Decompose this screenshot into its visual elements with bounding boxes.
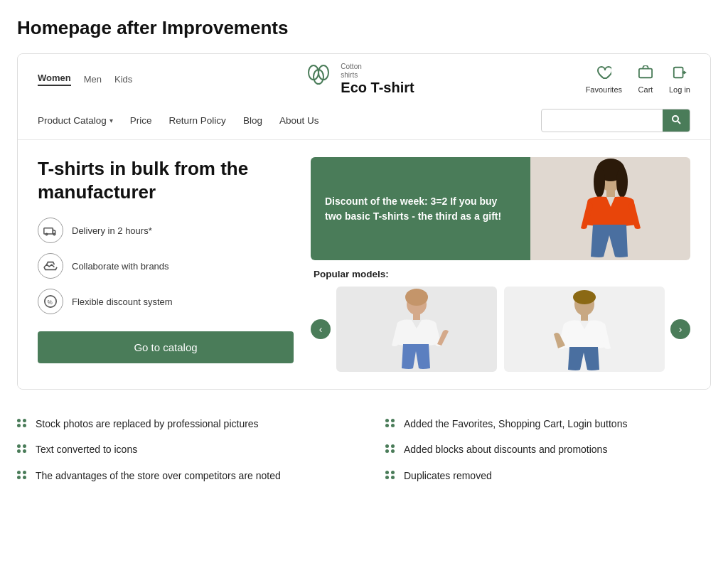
main-nav-menu: Product Catalog ▾ Price Return Policy Bl… xyxy=(38,115,318,126)
improvement-6-text: Duplicates removed xyxy=(404,469,492,483)
svg-rect-22 xyxy=(581,314,588,321)
login-icon xyxy=(672,65,687,83)
popular-models-section: Popular models: ‹ xyxy=(311,269,690,372)
svg-point-14 xyxy=(594,166,605,198)
carousel-prev-button[interactable]: ‹ xyxy=(311,319,331,339)
delivery-icon xyxy=(38,218,63,243)
nav-women[interactable]: Women xyxy=(38,73,71,86)
hero-title: T-shirts in bulk from the manufacturer xyxy=(38,157,294,203)
svg-point-5 xyxy=(673,116,678,122)
feature-delivery: Delivery in 2 hours* xyxy=(38,218,294,243)
search-button[interactable] xyxy=(663,109,690,132)
favourites-label: Favourites xyxy=(586,85,622,94)
favourites-button[interactable]: Favourites xyxy=(586,65,622,94)
promo-text: Discount of the week: 3=2 If you buy two… xyxy=(311,157,530,260)
improvements-section: Stock photos are replaced by professiona… xyxy=(17,410,711,483)
dot-icon-1 xyxy=(17,419,27,427)
improvement-3-text: The advantages of the store over competi… xyxy=(36,469,281,483)
svg-rect-7 xyxy=(44,228,53,234)
heart-icon xyxy=(596,65,611,83)
improvement-1: Stock photos are replaced by professiona… xyxy=(17,417,343,431)
hero-section: T-shirts in bulk from the manufacturer D… xyxy=(18,140,710,389)
nav-about-us[interactable]: About Us xyxy=(279,115,319,126)
improvement-6: Duplicates removed xyxy=(385,469,711,483)
header-top: Women Men Kids Cotton shirts Eco T-shirt xyxy=(38,63,690,102)
dot-icon-5 xyxy=(385,444,395,453)
improvement-5: Added blocks about discounts and promoti… xyxy=(385,442,711,456)
cart-label: Cart xyxy=(638,85,653,94)
logo-subtitle: Cotton shirts xyxy=(341,63,414,80)
svg-rect-19 xyxy=(413,313,420,320)
svg-point-21 xyxy=(573,290,596,304)
go-to-catalog-button[interactable]: Go to catalog xyxy=(38,331,294,363)
dot-icon-2 xyxy=(17,444,27,453)
dot-icon-3 xyxy=(17,471,27,479)
carousel-next-button[interactable]: › xyxy=(670,319,690,339)
search-bar xyxy=(541,109,690,132)
improvement-2-text: Text converted to icons xyxy=(36,442,137,456)
improvement-5-text: Added blocks about discounts and promoti… xyxy=(404,442,607,456)
nav-price[interactable]: Price xyxy=(130,115,152,126)
top-nav: Women Men Kids xyxy=(38,73,132,86)
svg-point-15 xyxy=(616,166,628,198)
search-input[interactable] xyxy=(542,111,663,130)
handshake-icon xyxy=(38,253,63,279)
logo-text: Cotton shirts Eco T-shirt xyxy=(341,63,414,96)
improvement-2: Text converted to icons xyxy=(17,442,343,456)
login-button[interactable]: Log in xyxy=(669,65,690,94)
improvement-4-text: Added the Favorites, Shopping Cart, Logi… xyxy=(404,417,627,431)
discount-icon: % xyxy=(38,289,63,314)
carousel-item-2 xyxy=(504,287,665,372)
dot-icon-6 xyxy=(385,471,395,479)
nav-kids[interactable]: Kids xyxy=(114,74,132,85)
nav-return-policy[interactable]: Return Policy xyxy=(169,115,226,126)
cart-icon xyxy=(638,65,653,83)
promo-image xyxy=(530,157,690,260)
features-list: Delivery in 2 hours* Collaborate with br… xyxy=(38,218,294,314)
header-actions: Favourites Cart xyxy=(586,65,690,94)
feature-discount-text: Flexible discount system xyxy=(72,296,173,307)
hero-right: Discount of the week: 3=2 If you buy two… xyxy=(311,157,690,372)
improvement-4: Added the Favorites, Shopping Cart, Logi… xyxy=(385,417,711,431)
svg-rect-4 xyxy=(674,67,683,77)
svg-text:%: % xyxy=(47,299,52,306)
promo-banner: Discount of the week: 3=2 If you buy two… xyxy=(311,157,690,260)
popular-models-label: Popular models: xyxy=(311,269,690,279)
catalog-label: Product Catalog xyxy=(38,115,107,126)
browser-frame: Women Men Kids Cotton shirts Eco T-shirt xyxy=(17,53,711,390)
page-title: Homepage after Improvements xyxy=(17,17,711,39)
svg-line-6 xyxy=(678,122,681,124)
improvement-1-text: Stock photos are replaced by professiona… xyxy=(36,417,259,431)
svg-rect-3 xyxy=(639,68,652,77)
feature-brands-text: Collaborate with brands xyxy=(72,261,169,272)
logo-name: Eco T-shirt xyxy=(341,80,414,96)
improvement-3: The advantages of the store over competi… xyxy=(17,469,343,483)
catalog-dropdown-icon: ▾ xyxy=(109,117,113,124)
hero-left: T-shirts in bulk from the manufacturer D… xyxy=(38,157,294,372)
nav-product-catalog[interactable]: Product Catalog ▾ xyxy=(38,115,113,126)
logo-icon xyxy=(304,63,333,96)
feature-delivery-text: Delivery in 2 hours* xyxy=(72,225,152,236)
svg-point-18 xyxy=(405,289,428,306)
carousel-item-1 xyxy=(336,287,497,372)
carousel: ‹ xyxy=(311,287,690,372)
carousel-images xyxy=(336,287,665,372)
main-nav-bar: Product Catalog ▾ Price Return Policy Bl… xyxy=(38,102,690,139)
feature-brands: Collaborate with brands xyxy=(38,253,294,279)
svg-rect-16 xyxy=(606,188,615,197)
cart-button[interactable]: Cart xyxy=(638,65,653,94)
site-header: Women Men Kids Cotton shirts Eco T-shirt xyxy=(18,54,710,140)
nav-men[interactable]: Men xyxy=(84,74,102,85)
logo[interactable]: Cotton shirts Eco T-shirt xyxy=(304,63,414,96)
dot-icon-4 xyxy=(385,419,395,427)
login-label: Log in xyxy=(669,85,690,94)
nav-blog[interactable]: Blog xyxy=(243,115,262,126)
feature-discount: % Flexible discount system xyxy=(38,289,294,314)
